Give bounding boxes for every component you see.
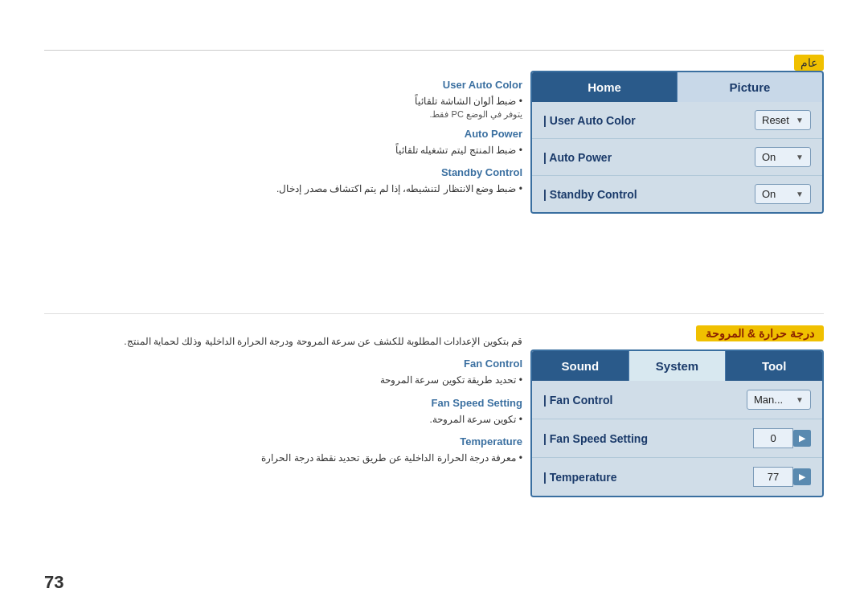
tab-tool[interactable]: Tool	[726, 351, 822, 381]
temperature-arrow-right[interactable]: ▶	[793, 468, 811, 485]
temperature-heading: Temperature	[44, 435, 522, 447]
auto-power-body: ضبط المنتج ليتم تشغيله تلقائياً	[395, 145, 516, 156]
standby-control-body: ضبط وضع الانتظار لتنشيطه، إذا لم يتم اكت…	[276, 183, 516, 194]
chevron-down-icon: ▼	[796, 190, 804, 198]
standby-control-control[interactable]: On ▼	[755, 184, 811, 204]
fan-control-dropdown[interactable]: Man... ▼	[747, 390, 811, 410]
top-divider	[44, 50, 824, 51]
fan-control-heading: Fan Control	[44, 358, 522, 370]
user-auto-color-control[interactable]: Reset ▼	[755, 110, 811, 130]
chevron-down-icon: ▼	[796, 116, 804, 125]
fan-speed-heading: Fan Speed Setting	[44, 397, 522, 409]
panel-bottom: Sound System Tool Fan Control Man... ▼ F…	[530, 349, 824, 497]
panel-bottom-rows: Fan Control Man... ▼ Fan Speed Setting 0…	[532, 381, 822, 496]
user-auto-color-heading: User Auto Color	[44, 79, 522, 91]
standby-control-heading: Standby Control	[44, 166, 522, 178]
temperature-label: Temperature	[543, 471, 617, 484]
fan-control-control[interactable]: Man... ▼	[747, 390, 811, 410]
panel-top-rows: User Auto Color Reset ▼ Auto Power On ▼ …	[532, 102, 822, 212]
auto-power-dropdown[interactable]: On ▼	[755, 147, 811, 167]
auto-power-label: Auto Power	[543, 151, 612, 164]
table-row: Fan Control Man... ▼	[532, 381, 822, 419]
bullet-icon: •	[516, 414, 522, 425]
fan-speed-label: Fan Speed Setting	[543, 432, 648, 445]
fan-speed-arrow-right[interactable]: ▶	[793, 430, 811, 447]
section-label-bottom: درجة حرارة & المروحة	[696, 325, 824, 341]
fan-control-body: تحديد طريقة تكوين سرعة المروحة	[380, 374, 516, 386]
user-auto-color-label: User Auto Color	[543, 114, 636, 127]
panel-bottom-tabs: Sound System Tool	[532, 351, 822, 381]
auto-power-control[interactable]: On ▼	[755, 147, 811, 167]
chevron-down-icon: ▼	[796, 395, 804, 404]
bullet-icon: •	[516, 145, 522, 156]
bottom-intro: قم بتكوين الإعدادات المطلوبة للكشف عن سر…	[44, 333, 522, 349]
table-row: User Auto Color Reset ▼	[532, 102, 822, 139]
section-label-top: عام	[794, 55, 824, 71]
user-auto-color-dropdown[interactable]: Reset ▼	[755, 110, 811, 130]
user-auto-color-sub: يتوفر في الوضع PC فقط.	[44, 109, 522, 120]
tab-system[interactable]: System	[629, 351, 727, 381]
fan-speed-value: 0	[753, 428, 793, 448]
user-auto-color-body: ضبط ألوان الشاشة تلقائياً	[415, 96, 516, 107]
standby-control-dropdown[interactable]: On ▼	[755, 184, 811, 204]
table-row: Temperature 77 ▶	[532, 458, 822, 496]
text-section-bottom: قم بتكوين الإعدادات المطلوبة للكشف عن سر…	[44, 333, 522, 466]
fan-speed-control[interactable]: 0 ▶	[753, 428, 811, 448]
bullet-icon: •	[516, 374, 522, 386]
bullet-icon: •	[516, 452, 522, 464]
tab-picture[interactable]: Picture	[678, 72, 822, 102]
standby-control-label: Standby Control	[543, 188, 637, 201]
panel-top-tabs: Home Picture	[532, 72, 822, 102]
bullet-icon: •	[516, 96, 522, 107]
table-row: Fan Speed Setting 0 ▶	[532, 419, 822, 458]
temperature-control[interactable]: 77 ▶	[753, 467, 811, 487]
text-section-top: User Auto Color • ضبط ألوان الشاشة تلقائ…	[44, 71, 522, 198]
chevron-down-icon: ▼	[796, 153, 804, 161]
temperature-body: معرفة درجة الحرارة الداخلية عن طريق تحدي…	[261, 452, 516, 464]
fan-speed-body: تكوين سرعة المروحة.	[429, 414, 516, 425]
page-number: 73	[44, 572, 63, 593]
panel-top: Home Picture User Auto Color Reset ▼ Aut…	[530, 71, 824, 214]
bullet-icon: •	[516, 183, 522, 194]
temperature-value: 77	[753, 467, 793, 487]
tab-home[interactable]: Home	[532, 72, 678, 102]
tab-sound[interactable]: Sound	[532, 351, 629, 381]
fan-control-label: Fan Control	[543, 394, 612, 407]
section-divider	[44, 313, 824, 314]
table-row: Auto Power On ▼	[532, 139, 822, 176]
table-row: Standby Control On ▼	[532, 176, 822, 212]
auto-power-heading: Auto Power	[44, 128, 522, 140]
